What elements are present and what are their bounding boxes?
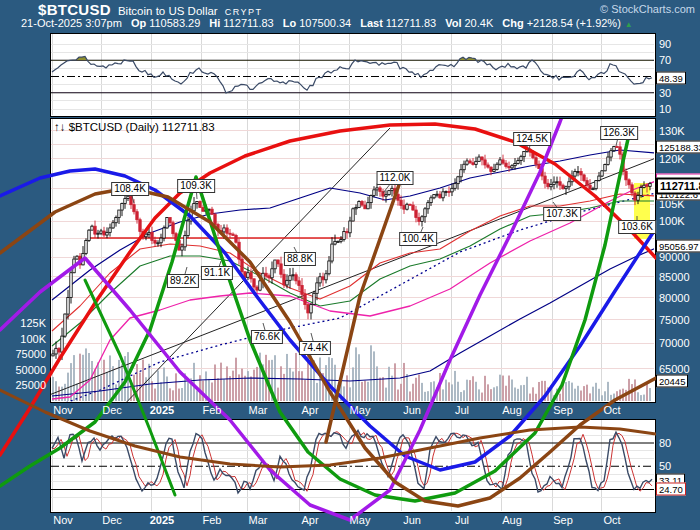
price-y-tick: 80000: [659, 292, 690, 304]
price-annotation: 76.6K: [251, 330, 283, 344]
quote-low: Lo107500.34: [283, 17, 351, 29]
price-y-tick: 90000: [659, 251, 690, 263]
volume-y-tick: 100K: [20, 333, 46, 345]
change-up-arrow-icon: ▲: [625, 20, 633, 29]
axis-value-callout: 48.39: [656, 72, 686, 85]
x-axis-month-label: Nov: [53, 404, 73, 416]
x-axis-month-label: Apr: [301, 404, 318, 416]
x-axis-month-label: Dec: [102, 514, 122, 526]
quote-open: Op110583.29: [131, 17, 200, 29]
exchange-code: CRYPT: [225, 7, 263, 17]
quote-volume: Vol20.4K: [445, 17, 493, 29]
chart-canvas: 90703010130K120K105K100K9000085000800007…: [0, 0, 700, 530]
price-annotation: 88.8K: [284, 252, 316, 266]
price-annotation: 112.0K: [377, 171, 414, 185]
price-y-tick: 70000: [659, 337, 690, 349]
volume-y-tick: 125K: [20, 317, 46, 329]
price-y-tick: 130K: [659, 125, 685, 137]
price-annotation: 109.3K: [177, 179, 215, 193]
rsi-y-tick: 30: [659, 87, 671, 99]
price-annotation: 100.4K: [399, 232, 437, 246]
quote-high: Hi112711.83: [209, 17, 273, 29]
x-axis-month-label: Jul: [455, 404, 469, 416]
price-annotation: 103.6K: [618, 220, 656, 234]
quote-change: Chg+2128.54 (+1.92%): [502, 17, 621, 29]
x-axis-month-label: Dec: [102, 404, 122, 416]
axis-value-callout: 95056.97: [656, 240, 700, 253]
x-axis-month-label: Nov: [53, 514, 73, 526]
x-axis-month-label: Feb: [203, 404, 222, 416]
instrument-name: Bitcoin to US Dollar: [118, 5, 218, 17]
ticker-symbol: $BTCUSD: [38, 1, 111, 18]
volume-y-tick: 75000: [15, 348, 46, 360]
x-axis-month-label: Jul: [455, 514, 469, 526]
price-annotation: 74.4K: [299, 341, 331, 355]
axis-value-callout: 125188.33: [656, 141, 700, 154]
x-axis-month-label: Oct: [603, 514, 620, 526]
price-y-tick: 100K: [659, 215, 685, 227]
price-y-tick: 85000: [659, 271, 690, 283]
quote-last: Last112711.83: [360, 17, 436, 29]
axis-value-callout: 24.70: [656, 483, 686, 496]
rsi-y-tick: 70: [659, 54, 671, 66]
stoch-y-tick: 50: [659, 460, 671, 472]
x-axis-month-label: 2025: [150, 514, 174, 526]
price-annotation: 124.5K: [513, 132, 551, 146]
x-axis-month-label: Mar: [249, 514, 268, 526]
chart-svg: 90703010130K120K105K100K9000085000800007…: [0, 0, 700, 530]
rsi-panel-background: [50, 33, 655, 116]
price-y-tick: 75000: [659, 314, 690, 326]
x-axis-month-label: 2025: [150, 404, 174, 416]
axis-value-callout: 20445: [656, 375, 688, 388]
symbol-line: $BTCUSD Bitcoin to US Dollar CRYPT: [38, 1, 263, 18]
volume-y-tick: 50000: [15, 364, 46, 376]
x-axis-month-label: May: [350, 514, 371, 526]
x-axis-month-label: Jun: [403, 514, 421, 526]
quote-datetime: 21-Oct-2025 3:07pm: [21, 17, 122, 29]
stoch-y-tick: 80: [659, 437, 671, 449]
x-axis-month-label: Aug: [502, 514, 522, 526]
price-y-tick: 65000: [659, 363, 690, 375]
quote-line: 21-Oct-2025 3:07pm Op110583.29 Hi112711.…: [21, 17, 633, 29]
price-y-tick: 120K: [659, 153, 685, 165]
x-axis-month-label: Feb: [203, 514, 222, 526]
x-axis-month-label: Sep: [553, 514, 573, 526]
price-annotation: 108.4K: [111, 182, 149, 196]
chart-title-label: ↑↓ $BTCUSD (Daily) 112711.83: [54, 121, 215, 133]
price-annotation: 89.2K: [167, 274, 199, 288]
price-annotation: 126.3K: [600, 126, 638, 140]
rsi-y-tick: 10: [659, 103, 671, 115]
x-axis-month-label: Aug: [502, 404, 522, 416]
axis-value-callout: 112711.83: [656, 178, 700, 195]
x-axis-month-label: Jun: [403, 404, 421, 416]
x-axis-month-label: Sep: [553, 404, 573, 416]
x-axis-month-label: Mar: [249, 404, 268, 416]
x-axis-month-label: May: [350, 404, 371, 416]
chart-header: $BTCUSD Bitcoin to US Dollar CRYPT © Sto…: [0, 0, 700, 33]
x-axis-month-label: Apr: [301, 514, 318, 526]
stockcharts-credit-link[interactable]: © StockCharts.com: [600, 3, 695, 15]
x-axis-month-label: Oct: [603, 404, 620, 416]
stoch-panel-background: [50, 419, 655, 512]
price-annotation: 91.1K: [201, 266, 233, 280]
rsi-y-tick: 90: [659, 38, 671, 50]
volume-y-tick: 25000: [15, 379, 46, 391]
price-annotation: 107.3K: [543, 207, 581, 221]
stockcharts-chart-page: { "header": { "symbol": "$BTCUSD", "name…: [0, 0, 700, 530]
